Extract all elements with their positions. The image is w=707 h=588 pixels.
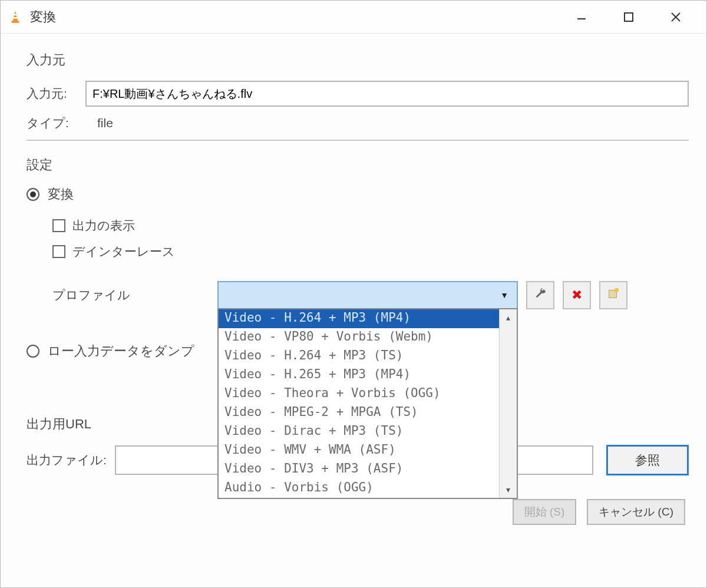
show-output-checkbox-row[interactable]: 出力の表示 xyxy=(52,217,689,234)
source-input[interactable] xyxy=(85,81,689,107)
cancel-button[interactable]: キャンセル (C) xyxy=(587,499,685,525)
type-value: file xyxy=(85,116,113,130)
new-icon xyxy=(607,287,620,303)
dropdown-scrollbar[interactable]: ▴ ▾ xyxy=(499,309,517,498)
profile-option[interactable]: Video - MPEG-2 + MPGA (TS) xyxy=(219,404,517,422)
input-section-title: 入力元 xyxy=(27,51,689,69)
show-output-checkbox[interactable] xyxy=(52,219,65,232)
profile-option[interactable]: Video - VP80 + Vorbis (Webm) xyxy=(219,328,517,347)
close-button[interactable] xyxy=(664,5,688,29)
deinterlace-label: デインターレース xyxy=(72,243,175,260)
settings-section-title: 設定 xyxy=(27,156,689,174)
svg-rect-0 xyxy=(12,21,19,22)
new-profile-button[interactable] xyxy=(599,281,627,309)
svg-rect-2 xyxy=(13,17,18,19)
svg-rect-1 xyxy=(14,14,16,15)
scroll-up-icon[interactable]: ▴ xyxy=(506,313,510,322)
source-label: 入力元: xyxy=(27,85,85,102)
profile-option[interactable]: Audio - Vorbis (OGG) xyxy=(219,479,517,498)
delete-icon: ✖ xyxy=(571,288,582,303)
delete-profile-button[interactable]: ✖ xyxy=(563,281,591,309)
type-field-row: タイプ: file xyxy=(27,115,689,131)
svg-point-8 xyxy=(615,288,619,292)
profile-option[interactable]: Video - H.265 + MP3 (MP4) xyxy=(219,366,517,385)
profile-option[interactable]: Video - WMV + WMA (ASF) xyxy=(219,441,517,460)
divider xyxy=(27,140,689,141)
svg-rect-4 xyxy=(625,13,633,21)
edit-profile-button[interactable] xyxy=(526,281,554,309)
type-label: タイプ: xyxy=(27,115,85,131)
profile-row: プロファイル ▼ Video - H.264 + MP3 (MP4) Video… xyxy=(52,281,689,309)
output-file-label: 出力ファイル: xyxy=(27,452,115,468)
profile-option[interactable]: Video - H.264 + MP3 (MP4) xyxy=(219,309,517,328)
scroll-down-icon[interactable]: ▾ xyxy=(506,485,510,494)
start-button[interactable]: 開始 (S) xyxy=(513,499,577,525)
profile-option[interactable]: Video - Dirac + MP3 (TS) xyxy=(219,422,517,441)
dialog-content: 入力元 入力元: タイプ: file 設定 変換 出力の表示 デインターレース … xyxy=(1,34,706,587)
convert-radio-row[interactable]: 変換 xyxy=(27,186,689,203)
profile-option[interactable]: Video - DIV3 + MP3 (ASF) xyxy=(219,460,517,479)
profile-combobox[interactable]: ▼ xyxy=(217,281,518,309)
titlebar: 変換 xyxy=(1,1,706,34)
profile-dropdown-list: Video - H.264 + MP3 (MP4) Video - VP80 +… xyxy=(217,308,518,499)
convert-radio-label: 変換 xyxy=(48,186,74,203)
window-controls xyxy=(570,5,699,29)
chevron-down-icon: ▼ xyxy=(500,290,508,300)
browse-button[interactable]: 参照 xyxy=(606,445,689,475)
vlc-icon xyxy=(8,9,23,25)
convert-dialog: 変換 入力元 入力元: タイプ: file 設定 xyxy=(0,0,707,588)
dialog-footer: 開始 (S) キャンセル (C) xyxy=(27,499,689,525)
wrench-icon xyxy=(534,287,547,303)
deinterlace-checkbox[interactable] xyxy=(52,245,65,258)
convert-radio[interactable] xyxy=(27,188,39,201)
dump-radio[interactable] xyxy=(27,345,39,358)
profile-option[interactable]: Video - H.264 + MP3 (TS) xyxy=(219,347,517,366)
minimize-button[interactable] xyxy=(570,5,593,29)
dump-radio-label: ロー入力データをダンプ xyxy=(48,342,194,360)
source-field-row: 入力元: xyxy=(27,81,689,107)
window-title: 変換 xyxy=(30,8,56,26)
maximize-button[interactable] xyxy=(617,5,640,29)
profile-option[interactable]: Video - Theora + Vorbis (OGG) xyxy=(219,385,517,404)
profile-label: プロファイル xyxy=(52,287,217,303)
show-output-label: 出力の表示 xyxy=(72,217,135,234)
deinterlace-checkbox-row[interactable]: デインターレース xyxy=(52,243,689,260)
